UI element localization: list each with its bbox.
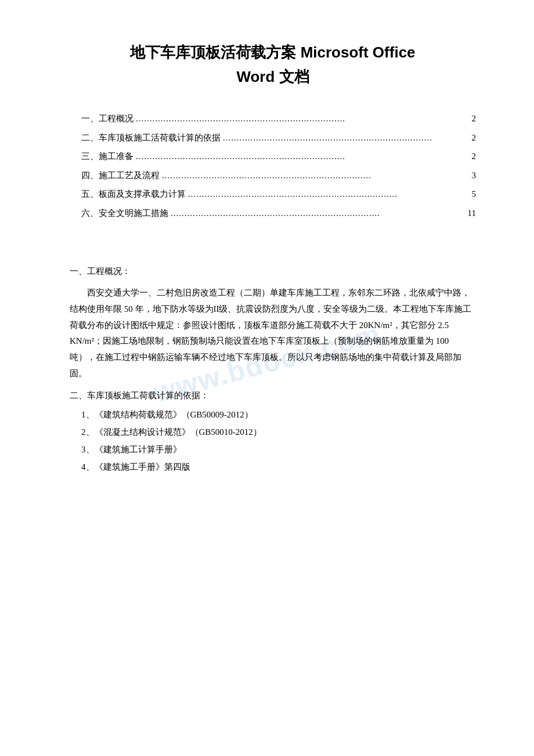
- toc-dots: [136, 110, 470, 129]
- section1-paragraph: 西安交通大学一、二村危旧房改造工程（二期）单建车库施工工程，东邻东二环路，北依咸…: [70, 285, 476, 382]
- toc-page: 2: [472, 129, 477, 147]
- toc-page: 11: [468, 204, 476, 223]
- page-content: 地下车库顶板活荷载方案 Microsoft Office Word 文档 一、工…: [70, 41, 476, 476]
- toc-dots: [171, 204, 466, 224]
- document-title: 地下车库顶板活荷载方案 Microsoft Office Word 文档: [70, 41, 476, 89]
- toc-item: 三、施工准备 2: [81, 147, 476, 167]
- section1-heading: 一、工程概况：: [70, 266, 476, 277]
- toc-item: 四、施工工艺及流程 3: [81, 167, 476, 186]
- toc-dots: [162, 167, 470, 186]
- toc-page: 3: [472, 167, 477, 185]
- title-line1: 地下车库顶板活荷载方案 Microsoft Office: [70, 41, 476, 65]
- toc-dots: [188, 185, 470, 204]
- list-item: 3、《建筑施工计算手册》: [81, 441, 476, 458]
- spacer: [70, 244, 476, 261]
- toc-page: 2: [472, 147, 477, 166]
- toc-item: 五、板面及支撑承载力计算 5: [81, 185, 476, 204]
- toc-label: 五、板面及支撑承载力计算: [81, 185, 186, 204]
- toc-label: 六、安全文明施工措施: [81, 204, 168, 223]
- section2-heading: 二、车库顶板施工荷载计算的依据：: [70, 390, 476, 401]
- toc-page: 5: [472, 185, 477, 204]
- toc-label: 三、施工准备: [81, 147, 134, 166]
- document-page: www.bdocx.com 地下车库顶板活荷载方案 Microsoft Offi…: [0, 0, 534, 756]
- toc-dots: [136, 147, 470, 167]
- toc-label: 二、车库顶板施工活荷载计算的依据: [81, 129, 221, 147]
- table-of-contents: 一、工程概况 2 二、车库顶板施工活荷载计算的依据 2 三、施工准备 2 四、施…: [81, 110, 476, 223]
- toc-item: 六、安全文明施工措施 11: [81, 204, 476, 224]
- title-line2: Word 文档: [70, 65, 476, 89]
- toc-label: 四、施工工艺及流程: [81, 167, 160, 185]
- list-item: 1、《建筑结构荷载规范》（GB50009-2012）: [81, 406, 476, 423]
- list-item: 4、《建筑施工手册》第四版: [81, 458, 476, 476]
- toc-label: 一、工程概况: [81, 110, 134, 128]
- toc-item: 一、工程概况 2: [81, 110, 476, 129]
- toc-item: 二、车库顶板施工活荷载计算的依据 2: [81, 129, 476, 148]
- list-item: 2、《混凝土结构设计规范》（GB50010-2012）: [81, 423, 476, 441]
- toc-page: 2: [472, 110, 477, 128]
- toc-dots: [223, 129, 470, 148]
